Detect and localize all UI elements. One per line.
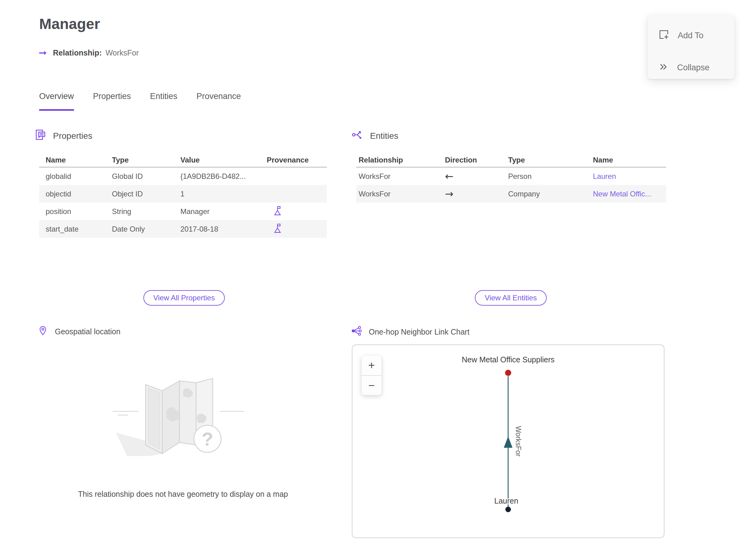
table-row: WorksFor ← Person Lauren xyxy=(356,168,666,185)
property-value: {1A9DB2B6-D482... xyxy=(180,172,267,181)
property-name: position xyxy=(45,207,112,216)
edge-label: WorksFor xyxy=(514,426,522,457)
tab-properties[interactable]: Properties xyxy=(93,92,131,111)
geospatial-section-title: Geospatial location xyxy=(55,327,120,336)
table-row: position String Manager xyxy=(39,203,327,220)
column-header: Name xyxy=(45,156,112,164)
entity-name-link[interactable]: New Metal Offic... xyxy=(593,190,666,198)
link-chart-section-title: One-hop Neighbor Link Chart xyxy=(369,328,470,337)
tab-bar: Overview Properties Entities Provenance xyxy=(39,92,241,111)
column-header: Type xyxy=(508,156,593,164)
property-type: Object ID xyxy=(112,190,180,198)
properties-section-title: Properties xyxy=(53,131,92,141)
relationship-label: Relationship: xyxy=(53,49,102,57)
entities-section-header: Entities xyxy=(352,129,398,143)
map-pin-icon xyxy=(37,325,48,338)
map-placeholder-illustration: ? xyxy=(62,359,296,483)
entity-relationship: WorksFor xyxy=(359,172,445,181)
column-header: Type xyxy=(112,156,180,164)
chart-node-company[interactable] xyxy=(505,370,511,376)
tab-overview[interactable]: Overview xyxy=(39,92,74,111)
add-to-label: Add To xyxy=(678,31,704,40)
edge-arrowhead xyxy=(504,436,513,448)
tab-provenance[interactable]: Provenance xyxy=(196,92,241,111)
entity-type: Company xyxy=(508,190,593,198)
column-header: Name xyxy=(593,156,666,164)
properties-icon xyxy=(34,129,46,143)
company-node-label: New Metal Office Suppliers xyxy=(462,355,554,364)
zoom-in-button[interactable]: + xyxy=(362,356,381,375)
page-title: Manager xyxy=(39,15,100,32)
properties-section-header: Properties xyxy=(34,129,92,143)
link-chart-canvas[interactable]: WorksFor New Metal Office Suppliers Laur… xyxy=(352,345,664,538)
chart-node-person[interactable] xyxy=(505,507,511,512)
provenance-flag-icon[interactable] xyxy=(267,205,327,218)
add-to-button[interactable]: Add To xyxy=(658,29,704,42)
property-name: globalid xyxy=(45,172,112,181)
properties-table: Name Type Value Provenance globalid Glob… xyxy=(39,153,327,238)
direction-arrow: ← xyxy=(445,170,508,182)
column-header: Relationship xyxy=(359,156,445,164)
table-row: WorksFor → Company New Metal Offic... xyxy=(356,185,666,203)
property-name: start_date xyxy=(45,225,112,234)
person-node-label: Lauren xyxy=(494,496,518,505)
column-header: Value xyxy=(180,156,267,164)
actions-panel: Add To Collapse xyxy=(648,15,734,79)
view-all-properties-button[interactable]: View All Properties xyxy=(144,290,225,306)
tab-entities[interactable]: Entities xyxy=(150,92,178,111)
column-header: Provenance xyxy=(267,156,327,164)
table-row: start_date Date Only 2017-08-18 xyxy=(39,220,327,238)
column-header: Direction xyxy=(445,156,508,164)
property-value: Manager xyxy=(180,207,267,216)
collapse-button[interactable]: Collapse xyxy=(658,61,710,74)
entity-relationship: WorksFor xyxy=(359,190,445,198)
link-chart-section-header: One-hop Neighbor Link Chart xyxy=(351,325,470,338)
link-chart-icon xyxy=(351,325,362,338)
no-geometry-message: This relationship does not have geometry… xyxy=(39,490,327,499)
relationship-value: WorksFor xyxy=(105,49,139,57)
entities-table-header: Relationship Direction Type Name xyxy=(356,153,666,168)
provenance-flag-icon[interactable] xyxy=(267,223,327,235)
entities-table: Relationship Direction Type Name WorksFo… xyxy=(356,153,666,203)
zoom-out-button[interactable]: − xyxy=(362,375,381,395)
view-all-entities-button[interactable]: View All Entities xyxy=(475,290,547,306)
relationship-subtitle: ➞︎​ Relationship: WorksFor xyxy=(38,48,139,58)
relationship-arrow-icon: ➞︎​ xyxy=(38,48,47,58)
property-type: String xyxy=(112,207,180,216)
properties-table-header: Name Type Value Provenance xyxy=(39,153,327,168)
property-type: Global ID xyxy=(112,172,180,181)
property-value: 2017-08-18 xyxy=(180,225,267,234)
entity-type: Person xyxy=(508,172,593,181)
relationship-detail-page: Manager ➞︎​ Relationship: WorksFor Add T… xyxy=(0,0,740,560)
collapse-icon xyxy=(658,61,669,74)
entities-section-title: Entities xyxy=(370,131,398,141)
entity-name-link[interactable]: Lauren xyxy=(593,172,666,181)
add-to-icon xyxy=(658,29,670,42)
geospatial-section-header: Geospatial location xyxy=(37,325,120,338)
property-type: Date Only xyxy=(112,225,180,234)
property-value: 1 xyxy=(180,190,267,198)
direction-arrow: → xyxy=(445,188,508,200)
collapse-label: Collapse xyxy=(677,63,710,73)
property-name: objectid xyxy=(45,190,112,198)
table-row: globalid Global ID {1A9DB2B6-D482... xyxy=(39,168,327,185)
zoom-control: + − xyxy=(362,356,381,395)
table-row: objectid Object ID 1 xyxy=(39,185,327,203)
svg-text:?: ? xyxy=(202,428,213,450)
entities-icon xyxy=(352,129,363,143)
